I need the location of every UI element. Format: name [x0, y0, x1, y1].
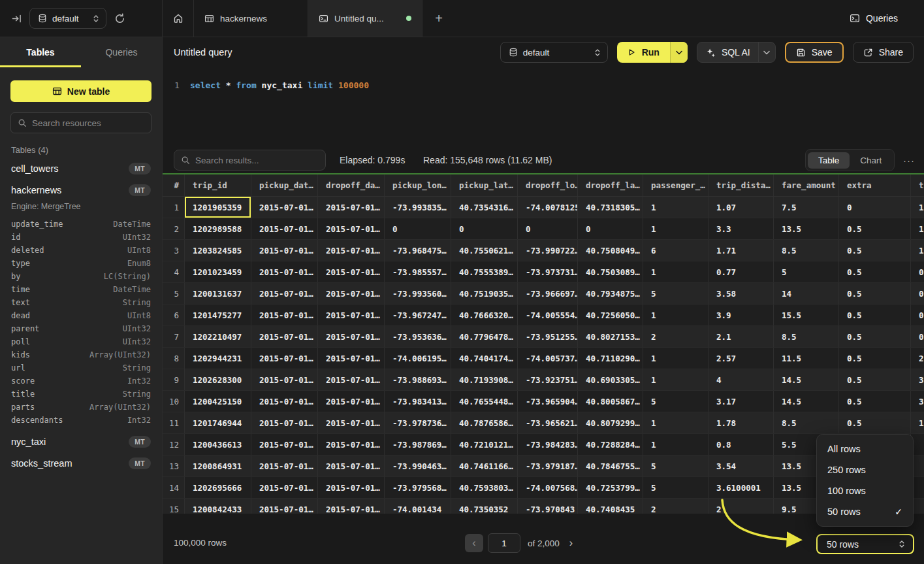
cell[interactable]: 1: [643, 305, 709, 325]
run-button[interactable]: Run: [617, 42, 670, 63]
cell[interactable]: 2015-07-01…: [251, 283, 318, 304]
cell[interactable]: 1: [911, 197, 924, 218]
cell[interactable]: 3.3: [709, 218, 774, 239]
collapse-sidebar-icon[interactable]: [12, 14, 22, 24]
cell[interactable]: 0: [518, 218, 578, 239]
cell[interactable]: 40.8027153…: [578, 326, 643, 347]
view-toggle-chart[interactable]: Chart: [850, 152, 892, 169]
cell[interactable]: 4: [709, 369, 774, 390]
cell[interactable]: 40.7550621…: [451, 240, 518, 261]
cell[interactable]: -73.984283…: [518, 434, 578, 455]
column-header-dropoff_lo[interactable]: dropoff_lo…: [518, 174, 578, 196]
cell[interactable]: 1203824585: [185, 240, 251, 261]
cell[interactable]: 0: [911, 326, 924, 347]
cell[interactable]: 1202989588: [185, 218, 251, 239]
tab-hackernews[interactable]: hackernews: [194, 0, 308, 37]
menu-item-250-rows[interactable]: 250 rows: [817, 459, 913, 480]
cell[interactable]: 40.8005867…: [578, 391, 643, 412]
cell[interactable]: 0.5: [839, 218, 911, 239]
cell[interactable]: 0.5: [839, 261, 911, 282]
cell[interactable]: 2015-07-01…: [251, 412, 318, 433]
cell[interactable]: 2015-07-01…: [251, 391, 318, 412]
cell[interactable]: -73.967247…: [385, 305, 451, 325]
column-header-passenger_[interactable]: passenger_…: [643, 174, 709, 196]
cell[interactable]: 1: [911, 218, 924, 239]
column-header-trip_dista[interactable]: trip_dista…: [709, 174, 774, 196]
results-search-input[interactable]: [195, 156, 319, 165]
cell[interactable]: 1: [163, 197, 185, 218]
resource-search-input[interactable]: [32, 118, 144, 128]
cell[interactable]: 2015-07-01…: [318, 412, 385, 433]
sql-ai-caret[interactable]: [758, 42, 775, 62]
page-number-input[interactable]: [488, 533, 520, 553]
cell[interactable]: 2015-07-01…: [318, 218, 385, 239]
column-header-pickup_dat[interactable]: pickup_dat…: [251, 174, 318, 196]
cell[interactable]: -74.006195…: [385, 348, 451, 369]
view-toggle-table[interactable]: Table: [808, 152, 850, 169]
cell[interactable]: 0.5: [839, 326, 911, 347]
cell[interactable]: 5: [774, 261, 839, 282]
cell[interactable]: 0: [385, 218, 451, 239]
cell[interactable]: 8.5: [774, 326, 839, 347]
sql-editor[interactable]: 1 select * from nyc_taxi limit 100000: [163, 67, 924, 147]
cell[interactable]: 2: [643, 499, 709, 514]
cell[interactable]: 2015-07-01…: [318, 369, 385, 390]
cell[interactable]: 2015-07-01…: [318, 456, 385, 476]
cell[interactable]: 1: [643, 197, 709, 218]
cell[interactable]: 14: [774, 283, 839, 304]
cell[interactable]: 0.8: [709, 434, 774, 455]
cell[interactable]: 3.9: [709, 305, 774, 325]
cell[interactable]: 40.7253799…: [578, 477, 643, 498]
cell[interactable]: 1: [911, 240, 924, 261]
cell[interactable]: -73.965621…: [518, 412, 578, 433]
cell[interactable]: -73.973731…: [518, 261, 578, 282]
refresh-icon[interactable]: [114, 13, 125, 24]
cell[interactable]: 40.7846755…: [578, 456, 643, 476]
cell[interactable]: 0.5: [839, 412, 911, 433]
cell[interactable]: 1: [643, 218, 709, 239]
cell[interactable]: 40.7934875…: [578, 283, 643, 304]
cell[interactable]: -73.923751…: [518, 369, 578, 390]
cell[interactable]: -74.001434: [385, 499, 451, 514]
cell[interactable]: 0: [911, 283, 924, 304]
cell[interactable]: 2: [709, 499, 774, 514]
cell[interactable]: -73.993560…: [385, 283, 451, 304]
cell[interactable]: 0.5: [839, 305, 911, 325]
cell[interactable]: 40.8079299…: [578, 412, 643, 433]
cell[interactable]: 2015-07-01…: [318, 326, 385, 347]
sidebar-item-cell-towers[interactable]: cell_towers MT: [0, 158, 162, 179]
cell[interactable]: -74.007568…: [518, 477, 578, 498]
cell[interactable]: 11.5: [774, 348, 839, 369]
cell[interactable]: 2015-07-01…: [318, 305, 385, 325]
cell[interactable]: 40.7508049…: [578, 240, 643, 261]
cell[interactable]: 1200842433: [185, 499, 251, 514]
cell[interactable]: 5: [643, 283, 709, 304]
cell[interactable]: 2015-07-01…: [318, 283, 385, 304]
sidebar-item-hackernews[interactable]: hackernews MT: [0, 179, 162, 201]
database-selector[interactable]: default: [29, 8, 106, 29]
cell[interactable]: 12: [163, 434, 185, 455]
cell[interactable]: 2015-07-01…: [251, 326, 318, 347]
cell[interactable]: 13: [163, 456, 185, 476]
cell[interactable]: 4: [163, 261, 185, 282]
selected-cell[interactable]: 1201905359: [185, 197, 251, 218]
cell[interactable]: 40.6903305…: [578, 369, 643, 390]
cell[interactable]: 1200864931: [185, 456, 251, 476]
sidebar-tab-tables[interactable]: Tables: [0, 37, 81, 67]
cell[interactable]: 2015-07-01…: [251, 197, 318, 218]
cell[interactable]: 2015-07-01…: [251, 348, 318, 369]
cell[interactable]: 40.7555389…: [451, 261, 518, 282]
cell[interactable]: -74.005737…: [518, 348, 578, 369]
cell[interactable]: 40.7461166…: [451, 456, 518, 476]
next-page-button[interactable]: ›: [569, 537, 573, 549]
cell[interactable]: 1200131637: [185, 283, 251, 304]
cell[interactable]: -73.979568…: [385, 477, 451, 498]
cell[interactable]: 8: [163, 348, 185, 369]
cell[interactable]: 40.7354316…: [451, 197, 518, 218]
cell[interactable]: -73.951255…: [518, 326, 578, 347]
cell[interactable]: 1: [643, 369, 709, 390]
cell[interactable]: 14.5: [774, 369, 839, 390]
cell[interactable]: 2015-07-01…: [251, 434, 318, 455]
cell[interactable]: 40.7288284…: [578, 434, 643, 455]
sidebar-item-nyc-taxi[interactable]: nyc_taxi MT: [0, 431, 162, 452]
